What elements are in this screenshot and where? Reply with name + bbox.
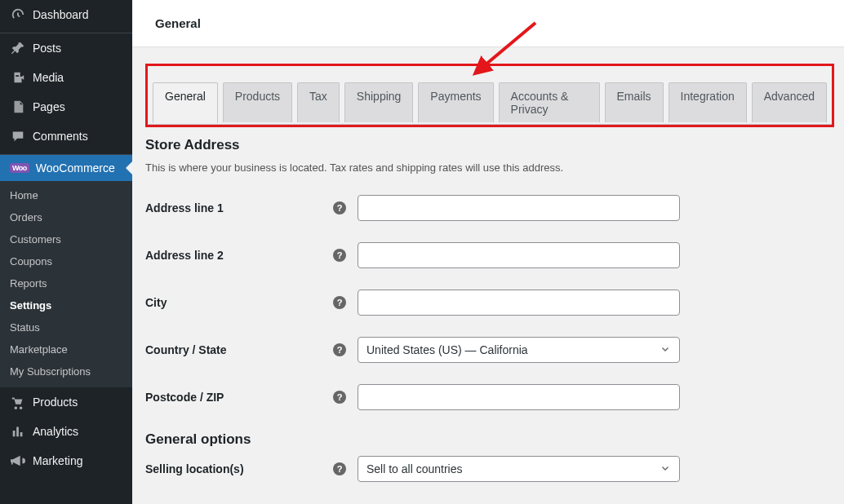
sidebar-item-label: Products [33,396,122,409]
sidebar-item-marketing[interactable]: Marketing [0,446,132,475]
woocommerce-submenu: Home Orders Customers Coupons Reports Se… [0,181,132,387]
sidebar-item-products[interactable]: Products [0,387,132,417]
chevron-down-icon [660,343,671,357]
sidebar-item-comments[interactable]: Comments [0,122,132,151]
sidebar-sub-my-subscriptions[interactable]: My Subscriptions [0,360,132,382]
tab-advanced[interactable]: Advanced [752,82,827,122]
sidebar-item-label: WooCommerce [36,161,122,175]
store-address-description: This is where your business is located. … [145,161,834,174]
sidebar-sub-reports[interactable]: Reports [0,272,132,294]
sidebar-item-label: Pages [33,100,122,113]
products-icon [10,394,26,410]
postcode-label: Postcode / ZIP [145,391,333,404]
row-address2: Address line 2 ? [145,242,834,268]
sidebar-item-woocommerce[interactable]: Woo WooCommerce [0,154,132,181]
sidebar-item-analytics[interactable]: Analytics [0,417,132,446]
row-country-state: Country / State ? United States (US) — C… [145,337,834,363]
sidebar-sub-settings[interactable]: Settings [0,294,132,316]
tab-emails[interactable]: Emails [605,82,664,122]
main-panel: General General Products Tax Shipping Pa… [132,0,844,504]
tab-payments[interactable]: Payments [418,82,493,122]
address2-input[interactable] [358,242,680,268]
sidebar-item-pages[interactable]: Pages [0,92,132,122]
help-icon[interactable]: ? [333,249,346,262]
row-postcode: Postcode / ZIP ? [145,384,834,410]
sidebar-item-dashboard[interactable]: Dashboard [0,0,132,29]
tabs-highlight: General Products Tax Shipping Payments A… [145,64,834,127]
sidebar-sub-customers[interactable]: Customers [0,228,132,250]
sidebar-item-label: Posts [33,42,122,55]
sidebar-item-label: Marketing [33,454,122,467]
chevron-down-icon [660,462,671,476]
country-state-label: Country / State [145,343,333,356]
tab-shipping[interactable]: Shipping [344,82,414,122]
sidebar-sub-status[interactable]: Status [0,316,132,338]
tab-integration[interactable]: Integration [669,82,747,122]
country-state-value: United States (US) — California [366,343,528,356]
help-icon[interactable]: ? [333,201,346,214]
sidebar-sub-marketplace[interactable]: Marketplace [0,338,132,360]
woocommerce-icon: Woo [10,163,29,173]
tab-general[interactable]: General [153,82,218,123]
analytics-icon [10,423,26,440]
city-label: City [145,296,333,309]
selling-locations-select[interactable]: Sell to all countries [358,456,680,482]
sidebar-item-posts[interactable]: Posts [0,33,132,63]
sidebar-item-label: Comments [33,130,122,143]
page-title: General [155,16,201,30]
megaphone-icon [10,453,26,469]
sidebar-item-label: Media [33,71,122,84]
tab-accounts-privacy[interactable]: Accounts & Privacy [499,82,600,122]
store-address-heading: Store Address [145,137,834,153]
tab-products[interactable]: Products [223,82,292,122]
row-selling-locations: Selling location(s) ? Sell to all countr… [145,456,834,482]
help-icon[interactable]: ? [333,296,346,309]
address1-input[interactable] [358,195,680,221]
page-header: General [132,0,844,47]
help-icon[interactable]: ? [333,391,346,404]
media-icon [10,69,26,86]
gauge-icon [10,7,26,23]
help-icon[interactable]: ? [333,343,346,356]
row-address1: Address line 1 ? [145,195,834,221]
city-input[interactable] [358,290,680,316]
pages-icon [10,99,26,115]
pin-icon [10,40,26,56]
comments-icon [10,128,26,144]
sidebar-sub-orders[interactable]: Orders [0,206,132,228]
admin-sidebar: Dashboard Posts Media Pages Comments Woo… [0,0,132,504]
postcode-input[interactable] [358,384,680,410]
country-state-select[interactable]: United States (US) — California [358,337,680,363]
sidebar-sub-coupons[interactable]: Coupons [0,250,132,272]
help-icon[interactable]: ? [333,462,346,475]
tab-tax[interactable]: Tax [297,82,340,122]
sidebar-sub-home[interactable]: Home [0,184,132,206]
settings-tabs: General Products Tax Shipping Payments A… [148,68,832,125]
sidebar-item-label: Dashboard [33,8,122,21]
selling-locations-label: Selling location(s) [145,462,333,475]
address1-label: Address line 1 [145,201,333,214]
sidebar-item-label: Analytics [33,425,122,438]
row-city: City ? [145,290,834,316]
selling-locations-value: Sell to all countries [366,462,463,475]
general-options-heading: General options [145,431,834,448]
address2-label: Address line 2 [145,249,333,262]
sidebar-item-media[interactable]: Media [0,63,132,92]
